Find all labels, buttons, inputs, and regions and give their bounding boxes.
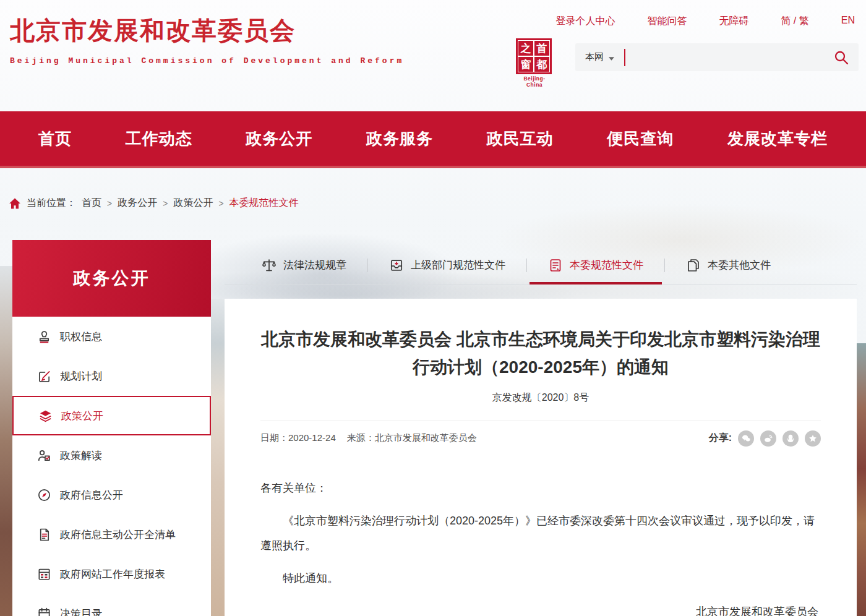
nav-item-work-news[interactable]: 工作动态 [126, 128, 192, 150]
search-scope-label: 本网 [585, 51, 604, 63]
sidebar-item-label: 规划计划 [60, 369, 102, 383]
tab-label: 法律法规规章 [283, 258, 346, 272]
article-meta: 日期：2020-12-24 来源：北京市发展和改革委员会 分享: [260, 421, 821, 455]
article-doc-number: 京发改规〔2020〕8号 [260, 391, 821, 404]
top-links: 登录个人中心 智能问答 无障碍 简 / 繁 EN [555, 15, 855, 28]
accessibility-link[interactable]: 无障碍 [719, 15, 748, 28]
doc-lines-icon [548, 258, 563, 273]
compass-icon [37, 488, 51, 502]
scales-icon [262, 258, 277, 273]
nav-item-interaction[interactable]: 政民互动 [487, 128, 554, 150]
docs-copy-icon [686, 258, 701, 273]
report-grid-icon [37, 567, 51, 581]
calendar-icon [37, 607, 51, 616]
tab-laws-regulations[interactable]: 法律法规规章 [241, 246, 367, 284]
tab-commission-normative-docs[interactable]: 本委规范性文件 [527, 246, 664, 284]
weibo-icon[interactable] [760, 430, 776, 447]
sidebar-item-proactive-disclosure-list[interactable]: 政府信息主动公开全清单 [12, 515, 211, 554]
tab-label: 本委其他文件 [708, 258, 771, 272]
paragraph: 《北京市塑料污染治理行动计划（2020-2025年）》已经市委深改委第十四次会议… [260, 509, 821, 558]
seal-char: 都 [534, 57, 549, 72]
seal-grid: 之 首 窗 都 [516, 38, 552, 74]
sidebar-item-gov-info-open[interactable]: 政府信息公开 [12, 475, 211, 515]
simplified-traditional-link[interactable]: 简 / 繁 [781, 15, 808, 28]
nav-item-gov-open[interactable]: 政务公开 [246, 128, 312, 150]
salutation: 各有关单位： [260, 476, 821, 501]
home-icon[interactable] [9, 197, 21, 210]
login-link[interactable]: 登录个人中心 [555, 15, 615, 28]
star-icon[interactable] [805, 430, 821, 447]
page: 北京市发展和改革委员会 Beijing Municipal Commission… [0, 0, 866, 616]
nav-item-convenience[interactable]: 便民查询 [607, 128, 674, 150]
tab-label: 上级部门规范性文件 [411, 258, 505, 272]
site-subtitle: Beijing Municipal Commission of Developm… [10, 56, 404, 66]
tab-superior-normative-docs[interactable]: 上级部门规范性文件 [368, 246, 526, 284]
share-label: 分享: [709, 432, 732, 445]
qq-icon[interactable] [782, 430, 799, 447]
nav-item-home[interactable]: 首页 [38, 128, 72, 150]
tab-label: 本委规范性文件 [570, 258, 643, 272]
sidebar-title: 政务公开 [12, 240, 211, 317]
breadcrumb-separator: > [218, 199, 223, 208]
share-bar: 分享: [709, 430, 821, 447]
sidebar-item-annual-website-report[interactable]: 政府网站工作年度报表 [12, 554, 211, 594]
breadcrumb-item[interactable]: 政策公开 [173, 197, 213, 210]
article-date: 日期：2020-12-24 [260, 432, 336, 444]
edit-icon [37, 369, 51, 383]
site-logo: 北京市发展和改革委员会 Beijing Municipal Commission… [10, 14, 404, 66]
wechat-icon[interactable] [738, 430, 754, 447]
seal-char: 之 [518, 41, 533, 56]
search-icon[interactable] [834, 50, 849, 65]
chevron-down-icon [609, 52, 614, 62]
article-source: 来源：北京市发展和改革委员会 [347, 432, 477, 444]
sidebar-item-authority-info[interactable]: 职权信息 [12, 317, 211, 356]
nav-item-gov-services[interactable]: 政务服务 [366, 128, 433, 150]
breadcrumb-item[interactable]: 首页 [82, 197, 101, 210]
sidebar-item-policy-open[interactable]: 政策公开 [12, 396, 211, 435]
background-photo-left [0, 266, 12, 616]
search-bar: 本网 [575, 43, 859, 71]
document-list-icon [37, 528, 51, 542]
article-body: 各有关单位： 《北京市塑料污染治理行动计划（2020-2025年）》已经市委深改… [260, 476, 821, 616]
sidebar-item-label: 政府信息主动公开全清单 [60, 528, 176, 542]
seal-caption: Beijing-China [516, 75, 553, 88]
stamp-icon [37, 330, 51, 344]
breadcrumb-label: 当前位置： [27, 197, 76, 210]
sidebar: 政务公开 职权信息 规划计划 [12, 240, 211, 616]
sidebar-item-label: 政策解读 [60, 448, 102, 463]
inbox-icon [389, 258, 404, 273]
search-scope-dropdown[interactable]: 本网 [585, 51, 614, 63]
breadcrumb: 当前位置： 首页 > 政务公开 > 政策公开 > 本委规范性文件 [9, 197, 299, 210]
main-nav: 首页 工作动态 政务公开 政务服务 政民互动 便民查询 发展改革专栏 [0, 111, 866, 168]
sidebar-item-policy-interpretation[interactable]: 政策解读 [12, 435, 211, 475]
breadcrumb-separator: > [107, 199, 112, 208]
background-photo-gap [211, 299, 225, 616]
search-divider [624, 49, 625, 66]
tab-commission-other-docs[interactable]: 本委其他文件 [665, 246, 792, 284]
sidebar-item-label: 决策目录 [60, 607, 102, 616]
sidebar-item-planning[interactable]: 规划计划 [12, 356, 211, 396]
breadcrumb-item-current[interactable]: 本委规范性文件 [229, 197, 299, 210]
article-title: 北京市发展和改革委员会 北京市生态环境局关于印发北京市塑料污染治理行动计划（20… [260, 326, 821, 382]
document-tabs: 法律法规规章 上级部门规范性文件 [225, 246, 857, 284]
background-photo-right [856, 343, 866, 616]
layers-icon [38, 409, 53, 423]
sidebar-item-label: 政策公开 [61, 409, 103, 423]
sidebar-item-decision-catalog[interactable]: 决策目录 [12, 594, 211, 616]
search-input[interactable] [634, 43, 834, 71]
english-link[interactable]: EN [841, 15, 855, 28]
signature: 北京市发展和改革委员会 [260, 600, 821, 616]
sidebar-item-label: 职权信息 [60, 330, 102, 344]
sidebar-item-label: 政府网站工作年度报表 [60, 567, 165, 581]
breadcrumb-item[interactable]: 政务公开 [118, 197, 157, 210]
paragraph: 特此通知。 [260, 567, 821, 591]
person-check-icon [37, 448, 51, 463]
seal-char: 首 [534, 41, 549, 56]
seal-char: 窗 [518, 57, 533, 72]
nav-item-reform-column[interactable]: 发展改革专栏 [727, 128, 828, 150]
breadcrumb-separator: > [163, 199, 168, 208]
sidebar-item-label: 政府信息公开 [60, 488, 123, 502]
beijing-china-seal-logo: 之 首 窗 都 Beijing-China [516, 38, 553, 88]
article-card: 北京市发展和改革委员会 北京市生态环境局关于印发北京市塑料污染治理行动计划（20… [225, 299, 857, 616]
smart-qa-link[interactable]: 智能问答 [647, 15, 687, 28]
